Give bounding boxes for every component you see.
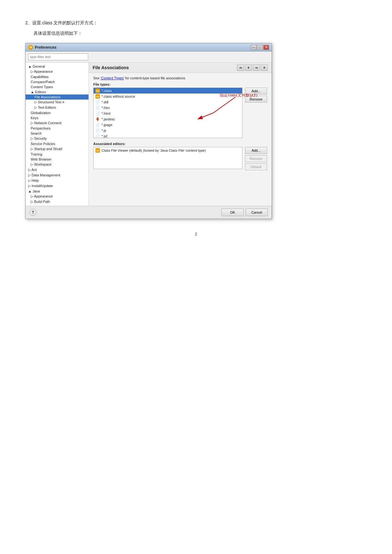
panel-content: See 'Content Types' for content-type bas… bbox=[89, 73, 272, 206]
file-types-list[interactable]: cls*.classcls*.class without source📄*.dd… bbox=[93, 88, 242, 138]
title-bar: ⚙ Preferences — □ ✕ bbox=[26, 43, 272, 52]
tree-item-perspectives[interactable]: Perspectives bbox=[26, 126, 89, 131]
forward-button[interactable]: ➡ bbox=[253, 64, 260, 71]
file-types-label: File types: bbox=[93, 82, 267, 86]
file-type-label: *.class bbox=[101, 89, 112, 93]
file-type-item[interactable]: 📄*.htm bbox=[94, 105, 242, 111]
preferences-dialog: ⚙ Preferences — □ ✕ ▲ General▷ Appearanc… bbox=[25, 43, 272, 219]
assoc-editor-item[interactable]: clsClass File Viewer (default) (locked b… bbox=[94, 147, 242, 154]
tree-item-compare-patch[interactable]: Compare/Patch bbox=[26, 79, 89, 84]
file-type-item[interactable]: 📄*.ddl bbox=[94, 99, 242, 105]
tree-item-keys[interactable]: Keys bbox=[26, 115, 89, 120]
editor-icon: cls bbox=[95, 148, 100, 153]
file-type-item[interactable]: cls*.class bbox=[94, 88, 242, 94]
panel-description: See 'Content Types' for content-type bas… bbox=[93, 76, 267, 80]
tree-item-text-editors[interactable]: ▷ Text Editors bbox=[26, 105, 89, 110]
tree-panel[interactable]: ▲ General▷ AppearanceCapabilitiesCompare… bbox=[26, 63, 89, 206]
ok-button[interactable]: OK bbox=[222, 209, 244, 216]
file-type-item[interactable]: 📄*.jpage bbox=[94, 122, 242, 128]
tree-item-web-browser[interactable]: Web Browser bbox=[26, 157, 89, 162]
file-type-item[interactable]: 📄*.js bbox=[94, 128, 242, 133]
tree-item-structured-text[interactable]: ▷ Structured Text ≡ bbox=[26, 100, 89, 105]
title-bar-left: ⚙ Preferences bbox=[28, 45, 57, 50]
tree-item-install-update[interactable]: ▷ Install/Update bbox=[26, 183, 89, 189]
main-content: ▲ General▷ AppearanceCapabilitiesCompare… bbox=[26, 63, 272, 206]
bottom-buttons: OK Cancel bbox=[222, 209, 268, 216]
tree-item-workspace[interactable]: ▷ Workspace bbox=[26, 162, 89, 167]
tree-item-appearance[interactable]: ▷ Appearance bbox=[26, 69, 89, 74]
tree-item-network-connecti[interactable]: ▷ Network Connecti bbox=[26, 120, 89, 126]
back-button[interactable]: ⬅ bbox=[237, 64, 244, 71]
tree-item-globalization[interactable]: Globalization bbox=[26, 110, 89, 115]
file-types-side-buttons: Add... Remove bbox=[245, 88, 267, 138]
file-type-label: *.class without source bbox=[101, 94, 135, 98]
tree-item-content-types[interactable]: Content Types bbox=[26, 84, 89, 89]
editor-label: Class File Viewer (default) (locked by '… bbox=[101, 149, 206, 152]
tree-item-build-path[interactable]: ▷ Build Path bbox=[26, 199, 89, 204]
assoc-side-buttons: Add... Remove Default bbox=[245, 147, 267, 170]
filter-input[interactable] bbox=[28, 53, 88, 60]
file-types-section: cls*.classcls*.class without source📄*.dd… bbox=[93, 88, 267, 138]
tree-item-data-management[interactable]: ▷ Data Management bbox=[26, 173, 89, 178]
file-type-label: *.html bbox=[101, 112, 110, 115]
tree-item-capabilities[interactable]: Capabilities bbox=[26, 74, 89, 79]
dialog-title: Preferences bbox=[35, 45, 57, 50]
minimize-button[interactable]: — bbox=[251, 45, 256, 50]
file-type-label: *.js bbox=[101, 129, 106, 132]
file-type-item[interactable]: 📄*.jsf bbox=[94, 133, 242, 138]
forward-dropdown-button[interactable]: ▼ bbox=[261, 64, 268, 71]
instruction-block: 2、设置.class 文件的默认打开方式： 具体设置信息说明如下： bbox=[25, 19, 367, 37]
back-dropdown-button[interactable]: ▼ bbox=[245, 64, 252, 71]
tree-item-security[interactable]: ▷ Security bbox=[26, 136, 89, 141]
desc-text: See bbox=[93, 76, 101, 80]
tree-item-editors[interactable]: ▲ Editors bbox=[26, 89, 89, 94]
tree-item-java[interactable]: ▲ Java bbox=[26, 189, 89, 194]
assoc-list-container: clsClass File Viewer (default) (locked b… bbox=[93, 147, 267, 170]
tree-item-java-appearance[interactable]: ▷ Appearance bbox=[26, 194, 89, 199]
tree-item-tracing[interactable]: Tracing bbox=[26, 152, 89, 157]
file-type-item[interactable]: cls*.class without source bbox=[94, 94, 242, 99]
panel-title: File Associations bbox=[93, 65, 129, 70]
add-editor-button[interactable]: Add... bbox=[245, 147, 267, 154]
filter-area bbox=[26, 52, 272, 63]
associated-editors-label: Associated editors: bbox=[93, 142, 267, 146]
right-panel: File Associations ⬅ ▼ ➡ ▼ See 'Content T… bbox=[89, 63, 272, 206]
tree-item-startup-shutd[interactable]: ▷ Startup and Shutd bbox=[26, 146, 89, 152]
file-type-label: *.jpage bbox=[101, 123, 112, 127]
associated-editors-section: Associated editors: clsClass File Viewer… bbox=[93, 142, 267, 170]
content-types-link[interactable]: 'Content Types' bbox=[101, 76, 124, 80]
close-button[interactable]: ✕ bbox=[263, 45, 269, 50]
desc-suffix: for content-type based file associations… bbox=[124, 76, 186, 80]
file-type-item[interactable]: 🏺*.jardesc bbox=[94, 116, 242, 122]
preferences-icon: ⚙ bbox=[28, 45, 33, 50]
panel-nav-buttons: ⬅ ▼ ➡ ▼ bbox=[237, 64, 268, 71]
tree-item-general[interactable]: ▲ General bbox=[26, 64, 89, 69]
cancel-button[interactable]: Cancel bbox=[246, 209, 268, 216]
help-button[interactable]: ? bbox=[29, 209, 36, 216]
file-type-label: *.jardesc bbox=[101, 117, 115, 121]
file-type-label: *.htm bbox=[101, 106, 110, 110]
maximize-button[interactable]: □ bbox=[257, 45, 263, 50]
tree-item-file-associations[interactable]: File Associations bbox=[26, 94, 89, 100]
instruction-line1: 2、设置.class 文件的默认打开方式： bbox=[25, 19, 367, 27]
tree-item-search[interactable]: Search bbox=[26, 131, 89, 136]
remove-file-type-button[interactable]: Remove bbox=[245, 96, 267, 103]
associated-editors-list[interactable]: clsClass File Viewer (default) (locked b… bbox=[93, 147, 242, 169]
file-types-container: cls*.classcls*.class without source📄*.dd… bbox=[93, 88, 267, 138]
file-type-label: *.jsf bbox=[101, 134, 107, 138]
default-button[interactable]: Default bbox=[245, 163, 267, 170]
page-number: 2 bbox=[25, 232, 367, 236]
dialog-bottom: ? OK Cancel bbox=[26, 206, 272, 219]
tree-item-ant[interactable]: ▷ Ant bbox=[26, 167, 89, 173]
title-bar-controls: — □ ✕ bbox=[251, 45, 269, 50]
file-type-label: *.ddl bbox=[101, 100, 108, 104]
remove-editor-button[interactable]: Remove bbox=[245, 155, 267, 162]
file-type-item[interactable]: 📄*.html bbox=[94, 111, 242, 116]
add-file-type-button[interactable]: Add... bbox=[245, 88, 267, 94]
panel-header: File Associations ⬅ ▼ ➡ ▼ bbox=[89, 63, 272, 73]
tree-item-service-policies[interactable]: Service Policies bbox=[26, 141, 89, 146]
tree-item-help[interactable]: ▷ Help bbox=[26, 178, 89, 183]
instruction-line2: 具体设置信息说明如下： bbox=[25, 29, 367, 37]
